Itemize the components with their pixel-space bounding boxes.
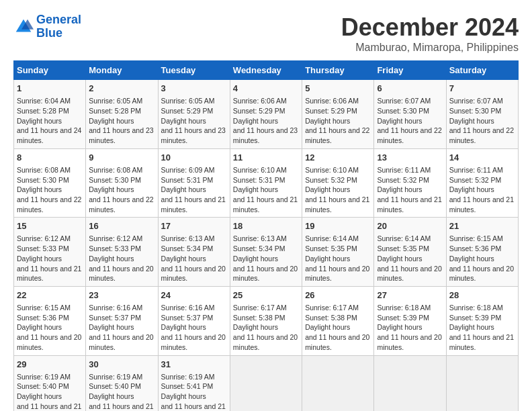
daylight-label: Daylight hours xyxy=(233,117,278,125)
col-monday: Monday xyxy=(86,61,158,80)
daylight-label: Daylight hours xyxy=(377,255,422,263)
sunrise-time: Sunrise: 6:06 AM xyxy=(305,97,359,105)
sunset-time: Sunset: 5:37 PM xyxy=(161,314,214,322)
daylight-label: Daylight hours xyxy=(161,323,206,331)
day-number: 9 xyxy=(89,152,154,164)
day-number: 31 xyxy=(161,359,227,371)
daylight-duration: and 11 hours and 21 minutes. xyxy=(449,195,514,214)
table-row: 5Sunrise: 6:06 AMSunset: 5:29 PMDaylight… xyxy=(302,80,374,149)
table-row: 13Sunrise: 6:11 AMSunset: 5:32 PMDayligh… xyxy=(374,148,446,218)
daylight-label: Daylight hours xyxy=(233,255,278,263)
sunset-time: Sunset: 5:33 PM xyxy=(89,244,141,253)
daylight-label: Daylight hours xyxy=(377,323,422,331)
sunset-time: Sunset: 5:29 PM xyxy=(305,107,357,115)
daylight-label: Daylight hours xyxy=(161,255,206,263)
table-row: 19Sunrise: 6:14 AMSunset: 5:35 PMDayligh… xyxy=(302,218,374,287)
day-number: 17 xyxy=(161,220,227,232)
sunset-time: Sunset: 5:29 PM xyxy=(161,107,214,115)
col-friday: Friday xyxy=(374,61,446,80)
sunset-time: Sunset: 5:40 PM xyxy=(17,382,69,390)
table-row: 18Sunrise: 6:13 AMSunset: 5:34 PMDayligh… xyxy=(230,218,302,287)
day-number: 13 xyxy=(377,152,443,164)
table-row: 31Sunrise: 6:19 AMSunset: 5:41 PMDayligh… xyxy=(158,355,230,411)
logo-blue: Blue xyxy=(36,26,62,40)
daylight-duration: and 11 hours and 22 minutes. xyxy=(377,126,441,144)
day-number: 22 xyxy=(17,289,83,302)
day-number: 15 xyxy=(17,220,83,232)
sunset-time: Sunset: 5:32 PM xyxy=(305,176,357,184)
col-sunday: Sunday xyxy=(14,61,86,80)
sunrise-time: Sunrise: 6:08 AM xyxy=(17,166,71,174)
sunrise-time: Sunrise: 6:15 AM xyxy=(449,234,503,242)
table-row: 28Sunrise: 6:18 AMSunset: 5:39 PMDayligh… xyxy=(446,286,518,355)
sunrise-time: Sunrise: 6:14 AM xyxy=(377,234,431,242)
table-row: 23Sunrise: 6:16 AMSunset: 5:37 PMDayligh… xyxy=(86,286,158,355)
table-row: 29Sunrise: 6:19 AMSunset: 5:40 PMDayligh… xyxy=(14,355,86,411)
col-saturday: Saturday xyxy=(446,61,518,80)
sunset-time: Sunset: 5:37 PM xyxy=(89,314,141,322)
day-number: 12 xyxy=(305,152,371,164)
table-row: 26Sunrise: 6:17 AMSunset: 5:38 PMDayligh… xyxy=(302,286,374,355)
day-number: 20 xyxy=(377,220,443,232)
table-row: 24Sunrise: 6:16 AMSunset: 5:37 PMDayligh… xyxy=(158,286,230,355)
daylight-label: Daylight hours xyxy=(233,323,278,331)
day-number: 19 xyxy=(305,220,371,232)
sunset-time: Sunset: 5:36 PM xyxy=(449,244,502,253)
sunset-time: Sunset: 5:35 PM xyxy=(305,244,357,253)
sunrise-time: Sunrise: 6:17 AM xyxy=(233,304,287,312)
daylight-duration: and 11 hours and 20 minutes. xyxy=(305,265,369,283)
daylight-label: Daylight hours xyxy=(449,323,494,331)
day-number: 14 xyxy=(449,152,515,164)
table-row: 8Sunrise: 6:08 AMSunset: 5:30 PMDaylight… xyxy=(14,148,86,218)
daylight-duration: and 11 hours and 22 minutes. xyxy=(449,126,514,144)
sunset-time: Sunset: 5:41 PM xyxy=(161,382,214,390)
daylight-duration: and 11 hours and 20 minutes. xyxy=(233,265,298,283)
daylight-label: Daylight hours xyxy=(17,185,62,193)
table-row xyxy=(302,355,374,411)
sunrise-time: Sunrise: 6:06 AM xyxy=(233,97,287,105)
table-row: 25Sunrise: 6:17 AMSunset: 5:38 PMDayligh… xyxy=(230,286,302,355)
daylight-label: Daylight hours xyxy=(89,392,134,400)
sunrise-time: Sunrise: 6:10 AM xyxy=(305,166,359,174)
sunrise-time: Sunrise: 6:16 AM xyxy=(89,304,142,312)
table-row: 2Sunrise: 6:05 AMSunset: 5:28 PMDaylight… xyxy=(86,80,158,149)
page-header: General Blue December 2024 Mamburao, Mim… xyxy=(13,13,519,54)
sunset-time: Sunset: 5:30 PM xyxy=(17,176,69,184)
daylight-duration: and 11 hours and 22 minutes. xyxy=(17,195,81,214)
table-row: 4Sunrise: 6:06 AMSunset: 5:29 PMDaylight… xyxy=(230,80,302,149)
sunrise-time: Sunrise: 6:18 AM xyxy=(449,304,503,312)
sunrise-time: Sunrise: 6:11 AM xyxy=(377,166,431,174)
table-row: 9Sunrise: 6:08 AMSunset: 5:30 PMDaylight… xyxy=(86,148,158,218)
month-year-title: December 2024 xyxy=(341,13,519,42)
sunset-time: Sunset: 5:30 PM xyxy=(377,107,429,115)
table-row: 14Sunrise: 6:11 AMSunset: 5:32 PMDayligh… xyxy=(446,148,518,218)
sunrise-time: Sunrise: 6:14 AM xyxy=(305,234,359,242)
sunrise-time: Sunrise: 6:08 AM xyxy=(89,166,142,174)
daylight-duration: and 11 hours and 20 minutes. xyxy=(377,333,441,351)
day-number: 11 xyxy=(233,152,299,164)
daylight-duration: and 11 hours and 20 minutes. xyxy=(377,265,441,283)
logo: General Blue xyxy=(13,13,81,40)
day-number: 8 xyxy=(17,152,83,164)
sunrise-time: Sunrise: 6:12 AM xyxy=(89,234,142,242)
col-thursday: Thursday xyxy=(302,61,374,80)
daylight-label: Daylight hours xyxy=(17,255,62,263)
day-number: 26 xyxy=(305,289,371,302)
daylight-duration: and 11 hours and 20 minutes. xyxy=(17,333,81,351)
daylight-duration: and 11 hours and 21 minutes. xyxy=(449,333,514,351)
sunset-time: Sunset: 5:33 PM xyxy=(17,244,69,253)
sunset-time: Sunset: 5:32 PM xyxy=(449,176,502,184)
day-number: 6 xyxy=(377,83,443,95)
sunrise-time: Sunrise: 6:18 AM xyxy=(377,304,431,312)
sunrise-time: Sunrise: 6:13 AM xyxy=(233,234,287,242)
sunset-time: Sunset: 5:30 PM xyxy=(89,176,141,184)
sunset-time: Sunset: 5:29 PM xyxy=(233,107,285,115)
table-row: 11Sunrise: 6:10 AMSunset: 5:31 PMDayligh… xyxy=(230,148,302,218)
daylight-duration: and 11 hours and 21 minutes. xyxy=(161,195,226,214)
daylight-label: Daylight hours xyxy=(89,323,134,331)
sunset-time: Sunset: 5:38 PM xyxy=(305,314,357,322)
daylight-duration: and 11 hours and 20 minutes. xyxy=(449,265,514,283)
sunrise-time: Sunrise: 6:19 AM xyxy=(161,373,215,381)
sunrise-time: Sunrise: 6:13 AM xyxy=(161,234,215,242)
daylight-duration: and 11 hours and 21 minutes. xyxy=(17,265,81,283)
